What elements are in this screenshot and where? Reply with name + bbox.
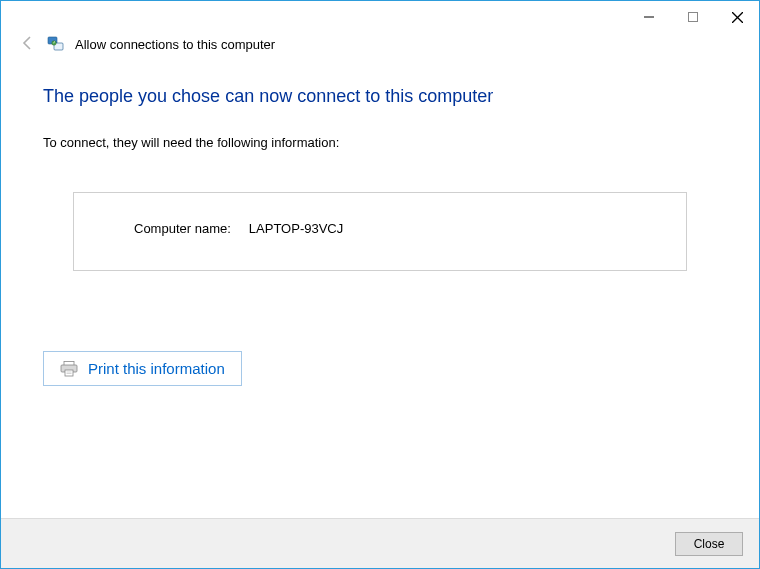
minimize-button[interactable] bbox=[627, 3, 671, 31]
content-area: The people you chose can now connect to … bbox=[1, 68, 759, 406]
close-window-button[interactable] bbox=[715, 3, 759, 31]
computer-info-box: Computer name: LAPTOP-93VCJ bbox=[73, 192, 687, 271]
computer-name-label: Computer name: bbox=[134, 221, 231, 236]
main-heading: The people you chose can now connect to … bbox=[43, 86, 717, 107]
instruction-text: To connect, they will need the following… bbox=[43, 135, 717, 150]
svg-point-6 bbox=[52, 40, 56, 44]
computer-name-value: LAPTOP-93VCJ bbox=[249, 221, 343, 236]
dialog-footer: Close bbox=[1, 518, 759, 568]
titlebar bbox=[1, 1, 759, 31]
remote-desktop-icon bbox=[47, 36, 65, 54]
svg-rect-9 bbox=[65, 370, 73, 376]
header-title: Allow connections to this computer bbox=[75, 37, 275, 52]
maximize-button[interactable] bbox=[671, 3, 715, 31]
svg-rect-1 bbox=[689, 13, 698, 22]
header-row: Allow connections to this computer bbox=[1, 31, 759, 68]
close-button[interactable]: Close bbox=[675, 532, 743, 556]
printer-icon bbox=[60, 361, 78, 377]
print-information-link[interactable]: Print this information bbox=[43, 351, 242, 386]
back-icon bbox=[19, 35, 37, 54]
print-link-label: Print this information bbox=[88, 360, 225, 377]
